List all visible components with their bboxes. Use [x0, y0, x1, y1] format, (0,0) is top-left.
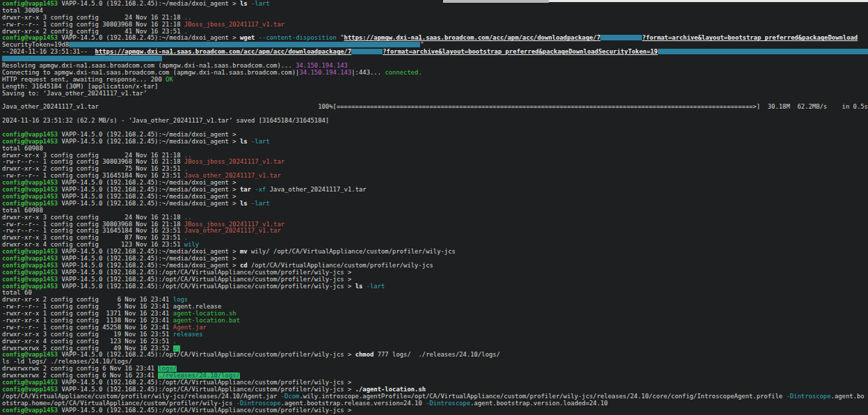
url[interactable]: ?format=archive&layout=bootstrap_preferr… [383, 49, 657, 55]
terminal-screen[interactable]: config@vapp1453 VAPP-14.5.0 (192.168.2.4… [2, 1, 868, 415]
terminal-row: HTTP request sent, awaiting response... … [2, 77, 868, 84]
redaction-box [658, 49, 868, 54]
option-flag: -Dcom [281, 393, 300, 400]
terminal-row: config@vapp1453 VAPP-14.5.0 (192.168.2.4… [2, 132, 868, 139]
terminal-row: -rwxr-xr-x 1 config config 1138 Nov 16 2… [2, 318, 868, 324]
command: ls [240, 201, 251, 207]
terminal-row: config@vapp1453 VAPP-14.5.0 (192.168.2.4… [2, 379, 868, 386]
terminal-row: total 60 [2, 290, 868, 297]
terminal-row [2, 125, 868, 132]
terminal-text: Connecting to apmgw.dxi-na1.saas.broadco… [2, 70, 299, 76]
terminal-text: VAPP-14.5.0 (192.168.2.45):/opt/CA/Virtu… [58, 269, 355, 276]
prompt: config@vapp1453 [2, 263, 58, 269]
terminal-row: Saving to: ‘Java_other_20241117_v1.tar’ [2, 91, 868, 97]
command: ls [240, 139, 251, 145]
terminal-text: .agent.bo [831, 393, 865, 400]
terminal-text: VAPP-14.5.0 (192.168.2.45):/opt/CA/Virtu… [58, 352, 355, 358]
prompt: config@vapp1453 [2, 194, 58, 200]
prompt: config@vapp1453 [2, 1, 58, 7]
ip-address: 34.150.194.143 [296, 63, 348, 69]
terminal-text: SecurityToken=19d8 [2, 42, 69, 48]
terminal-text: --2024-11-16 23:51:31-- [2, 49, 95, 55]
terminal-text: drwxr-xr-x 3 config config 87 Nov 16 23:… [2, 235, 184, 241]
terminal-text: VAPP-14.5.0 (192.168.2.45):~/media/dxoi_… [58, 187, 240, 193]
terminal-text: -rw-r--r-- 1 config config 30803968 Nov … [2, 159, 184, 165]
terminal-row: --2024-11-16 23:51:31-- https://apmgw.dx… [2, 49, 868, 56]
terminal-text: VAPP-14.5.0 (192.168.2.45):/opt/CA/Virtu… [58, 379, 355, 386]
terminal-text: -rwxr-xr-x 1 config config 1371 Nov 16 2… [2, 311, 173, 317]
url[interactable]: https://apmgw.dxi-na1.saas.broadcom.com/… [344, 35, 601, 41]
terminal-row: /opt/CA/VirtualAppliance/custom/profiler… [2, 393, 868, 400]
redaction-box [2, 56, 162, 61]
terminal-row [2, 111, 868, 118]
terminal-text: Java_other_20241117_v1.tar [270, 187, 367, 193]
terminal-row: drwxr-xr-x 3 config config 19 Nov 16 23:… [2, 331, 868, 338]
prompt: config@vapp1453 [2, 201, 58, 207]
terminal-text: VAPP-14.5.0 (192.168.2.45):/opt/CA/Virtu… [58, 283, 355, 290]
terminal-window: config@vapp1453 VAPP-14.5.0 (192.168.2.4… [0, 0, 868, 415]
terminal-text: drwxr-xr-x 4 config config 123 Nov 16 23… [2, 242, 184, 248]
terminal-text: Length: 31645184 (30M) [application/x-ta… [2, 84, 158, 90]
terminal-text: VAPP-14.5.0 (192.168.2.45):~/media/dxoi_… [58, 35, 240, 41]
terminal-row: drwxrwxrwx 2 config config 6 Nov 16 23:4… [2, 373, 868, 379]
terminal-row: drwxrwxrwx 2 config config 6 Nov 16 23:4… [2, 366, 868, 373]
terminal-text: /opt/CA/VirtualAppliance/custom/profiler… [251, 263, 433, 269]
option-flag: -lart [251, 139, 270, 145]
terminal-row: total 60988 [2, 146, 868, 152]
terminal-row: config@vapp1453 VAPP-14.5.0 (192.168.2.4… [2, 352, 868, 359]
terminal-row: -rwxr-xr-x 1 config config 1371 Nov 16 2… [2, 311, 868, 318]
option-flag: -Dintroscope [236, 400, 281, 407]
terminal-row: -rw-r--r-- 1 config config 30803968 Nov … [2, 22, 868, 29]
terminal-text: -rw-r--r-- 1 config config 30803968 Nov … [2, 22, 184, 28]
option-flag: -lart [251, 1, 270, 7]
terminal-row: config@vapp1453 VAPP-14.5.0 (192.168.2.4… [2, 187, 868, 194]
terminal-text: VAPP-14.5.0 (192.168.2.45):~/media/dxoi_… [58, 132, 240, 138]
terminal-text: VAPP-14.5.0 (192.168.2.45):~/media/dxoi_… [58, 256, 240, 262]
redaction-box [351, 49, 383, 54]
prompt: config@vapp1453 [2, 187, 58, 193]
directory-name: logs [173, 297, 188, 303]
terminal-text: 2024-11-16 23:51:32 (62.2 MB/s) - ‘Java_… [2, 118, 329, 124]
scrollbar-thumb[interactable] [443, 0, 549, 3]
terminal-row: drwxr-xr-x 2 config config 6 Nov 16 23:4… [2, 297, 868, 304]
terminal-row: config@vapp1453 VAPP-14.5.0 (192.168.2.4… [2, 194, 868, 201]
terminal-text: otstrap.home=/opt/CA/VirtualAppliance/cu… [2, 400, 236, 407]
option-flag: -Dintroscope [786, 393, 830, 400]
success-text: connected. [385, 70, 421, 76]
terminal-row [2, 56, 868, 63]
terminal-row: config@vapp1453 VAPP-14.5.0 (192.168.2.4… [2, 249, 868, 256]
terminal-text: drwxr-xr-x 3 config config 19 Nov 16 23:… [2, 331, 173, 338]
url[interactable]: https://apmgw.dxi-na1.saas.broadcom.com/… [95, 49, 352, 55]
terminal-text: VAPP-14.5.0 (192.168.2.45):~/media/dxoi_… [58, 201, 240, 207]
terminal-text: VAPP-14.5.0 (192.168.2.45):/opt/CA/Virtu… [58, 276, 355, 283]
terminal-row: drwxr-xr-x 2 config config 41 Nov 16 23:… [2, 29, 868, 36]
terminal-text: VAPP-14.5.0 (192.168.2.45):~/media/dxoi_… [58, 1, 240, 7]
archive-filename: JBoss_jboss_20241117_v1.tar [184, 221, 284, 228]
terminal-text: HTTP request sent, awaiting response... … [2, 77, 166, 83]
directory-name: . [184, 29, 188, 35]
terminal-row: 2024-11-16 23:51:32 (62.2 MB/s) - ‘Java_… [2, 118, 868, 125]
terminal-row: -rw-r--r-- 1 config config 5 Nov 16 23:4… [2, 304, 868, 311]
directory-name: .. [184, 152, 192, 159]
terminal-text: 777 logs/ ./releases/24.10/logs/ [378, 352, 500, 358]
terminal-row: config@vapp1453 VAPP-14.5.0 (192.168.2.4… [2, 276, 868, 283]
success-text: OK [166, 77, 173, 83]
command: cd [240, 263, 251, 269]
highlighted-directory: .. [173, 345, 181, 352]
option-flag: -lart [251, 201, 270, 207]
directory-name: . [184, 235, 188, 241]
directory-name: .. [184, 214, 192, 221]
terminal-row: -rw-r--r-- 1 config config 30803968 Nov … [2, 221, 868, 228]
terminal-text: drwxr-xr-x 2 config config 6 Nov 16 23:4… [2, 297, 173, 303]
terminal-row: otstrap.home=/opt/CA/VirtualAppliance/cu… [2, 400, 868, 407]
directory-name: releases [173, 331, 203, 338]
scrollbar-track[interactable] [549, 0, 868, 2]
url[interactable]: ?format=archive&layout=bootstrap_preferr… [642, 35, 858, 41]
success-text: agent-location.sh [173, 311, 236, 317]
terminal-text: Java_other_20241117_v1.tar 100%[========… [2, 104, 868, 110]
prompt: config@vapp1453 [2, 35, 58, 41]
prompt: config@vapp1453 [2, 269, 58, 276]
directory-name: . [184, 166, 188, 172]
redaction-box [69, 42, 420, 47]
terminal-row: config@vapp1453 VAPP-14.5.0 (192.168.2.4… [2, 283, 868, 290]
